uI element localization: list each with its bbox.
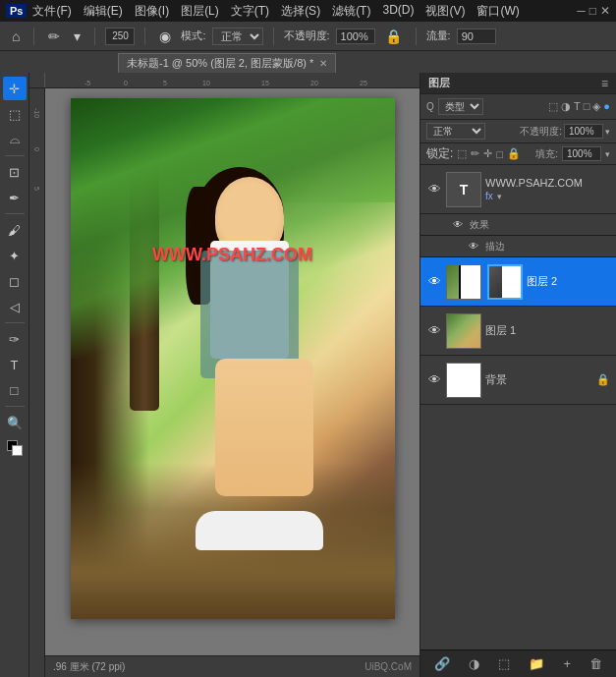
layer-item-1[interactable]: 👁 图层 1: [420, 307, 616, 356]
filter-toggle-icon[interactable]: ●: [603, 100, 610, 113]
layer-item-background[interactable]: 👁 背景 🔒: [420, 356, 616, 405]
fill-dropdown[interactable]: ▾: [605, 149, 610, 159]
text-tool[interactable]: T: [3, 353, 27, 376]
menu-edit[interactable]: 编辑(E): [84, 3, 123, 20]
document-tab[interactable]: 未标题-1 @ 50% (图层 2, 图层蒙版/8) * ✕: [118, 53, 336, 73]
person-legs: [215, 359, 313, 496]
fill-value[interactable]: 100%: [562, 146, 601, 161]
lock-position-icon[interactable]: ✛: [483, 147, 492, 160]
delete-layer-icon[interactable]: 🗑: [589, 656, 602, 671]
minimize-button[interactable]: ─: [577, 4, 586, 18]
ruler-mark-5: 5: [163, 80, 167, 86]
crop-tool[interactable]: ⊡: [3, 160, 27, 184]
ruler-mark-0: 0: [124, 80, 128, 86]
layer-item-text[interactable]: 👁 T WWW.PSAHZ.COM fx ▾: [420, 165, 616, 214]
opacity-lock-icon[interactable]: 🔒: [381, 27, 406, 46]
lock-artboard-icon[interactable]: □: [496, 148, 503, 160]
zoom-tool[interactable]: 🔍: [3, 411, 27, 434]
layer-opacity-group: 不透明度: 100% ▾: [520, 124, 610, 139]
foreground-background-colors[interactable]: [7, 440, 23, 456]
layer-visibility-text[interactable]: 👁: [426, 182, 442, 197]
menu-3d[interactable]: 3D(D): [382, 3, 414, 20]
layer-blend-mode-select[interactable]: 正常: [426, 123, 485, 140]
menu-filter[interactable]: 滤镜(T): [332, 3, 370, 20]
eyedropper-tool[interactable]: ✒: [3, 186, 27, 209]
filter-shape-icon[interactable]: □: [584, 100, 590, 113]
person-shoes: [196, 511, 323, 550]
tab-close-button[interactable]: ✕: [319, 58, 327, 69]
filter-text-icon[interactable]: T: [574, 100, 581, 113]
ruler-horizontal: -5 0 5 10 15 20 25: [29, 73, 420, 88]
layer-mask-thumbnail-2: [487, 264, 523, 300]
layers-panel-menu-icon[interactable]: ≡: [601, 77, 608, 90]
eraser-tool[interactable]: ◻: [3, 269, 27, 293]
rectangular-select-tool[interactable]: ⬚: [3, 102, 27, 126]
menu-window[interactable]: 窗口(W): [476, 3, 519, 20]
separator-1: [33, 28, 34, 45]
brush-tool[interactable]: 🖌: [3, 218, 27, 242]
layer-fx-badge[interactable]: fx: [485, 191, 493, 201]
person-figure: [186, 177, 343, 550]
opacity-value[interactable]: 100%: [336, 28, 375, 44]
thumb-layer2-right: [461, 265, 480, 299]
layer-opacity-dropdown[interactable]: ▾: [605, 127, 610, 137]
add-layer-icon[interactable]: +: [564, 656, 572, 671]
layer-visibility-1[interactable]: 👁: [426, 323, 442, 339]
add-link-icon[interactable]: 🔗: [434, 656, 450, 671]
menu-layer[interactable]: 图层(L): [181, 3, 219, 20]
layer-visibility-2[interactable]: 👁: [426, 274, 442, 290]
shape-tool[interactable]: □: [3, 378, 27, 402]
lasso-tool[interactable]: ⌓: [3, 128, 27, 151]
menu-text[interactable]: 文字(T): [231, 3, 269, 20]
brush-hardness-icon[interactable]: ◉: [155, 27, 175, 46]
layer-lock-background-icon: 🔒: [596, 373, 610, 386]
layer-opacity-value[interactable]: 100%: [564, 124, 603, 139]
menu-view[interactable]: 视图(V): [425, 3, 465, 20]
flow-value[interactable]: 90: [457, 28, 496, 44]
layer-visibility-background[interactable]: 👁: [426, 372, 442, 388]
lock-paint-icon[interactable]: ✏: [471, 147, 479, 160]
effect-visibility-effects[interactable]: 👁: [450, 217, 466, 233]
filter-smart-icon[interactable]: ◈: [592, 100, 600, 113]
layer-chevron-down[interactable]: ▾: [497, 192, 502, 201]
add-adjustment-icon[interactable]: ◑: [469, 656, 479, 671]
canvas-container[interactable]: WWW.PSAHZ.COM: [45, 88, 420, 655]
ruler-mark-10: 10: [202, 80, 210, 86]
move-tool[interactable]: ✛: [3, 77, 27, 100]
ruler-mark-25: 25: [360, 80, 367, 86]
menu-file[interactable]: 文件(F): [32, 3, 71, 20]
filter-adjust-icon[interactable]: ◑: [561, 100, 571, 113]
pen-tool[interactable]: ✑: [3, 327, 27, 351]
fill-label: 填充:: [535, 147, 558, 161]
photo-background: WWW.PSAHZ.COM: [71, 98, 395, 619]
filter-type-select[interactable]: 类型: [438, 98, 483, 115]
lock-all-icon[interactable]: 🔒: [507, 147, 521, 160]
blend-mode-select[interactable]: 正常: [212, 28, 263, 45]
home-icon[interactable]: ⌂: [8, 27, 24, 46]
layer-info-2: 图层 2: [527, 274, 610, 289]
filter-pixel-icon[interactable]: ⬚: [548, 100, 558, 113]
close-button[interactable]: ✕: [600, 4, 610, 18]
menu-select[interactable]: 选择(S): [281, 3, 320, 20]
ruler-corner: [29, 73, 45, 88]
gradient-tool[interactable]: ◁: [3, 295, 27, 318]
brush-size-input[interactable]: 250: [105, 28, 135, 45]
brush-tool-icon[interactable]: ✏: [44, 27, 64, 46]
menu-bar[interactable]: 文件(F) 编辑(E) 图像(I) 图层(L) 文字(T) 选择(S) 滤镜(T…: [32, 3, 519, 20]
effect-name-stroke: 描边: [485, 240, 505, 254]
brush-dropdown-icon[interactable]: ▾: [70, 27, 84, 46]
add-folder-icon[interactable]: 📁: [529, 656, 544, 671]
clone-stamp-tool[interactable]: ✦: [3, 244, 27, 267]
effect-visibility-stroke[interactable]: 👁: [466, 239, 481, 254]
menu-image[interactable]: 图像(I): [135, 3, 169, 20]
lock-transparent-icon[interactable]: ⬚: [457, 147, 467, 160]
maximize-button[interactable]: □: [589, 4, 596, 18]
add-mask-icon[interactable]: ⬚: [498, 656, 510, 671]
layer-item-2[interactable]: 👁 图层 2: [420, 257, 616, 307]
layer-thumbnail-text: T: [446, 172, 481, 207]
status-bar: .96 厘米 (72 ppi) UiBQ.CoM: [45, 655, 420, 677]
layer-name-1: 图层 1: [485, 323, 610, 338]
watermark-bottom: UiBQ.CoM: [364, 661, 412, 672]
canvas-area: -5 0 5 10 15 20 25 -10 0 5: [29, 73, 420, 677]
separator-3: [144, 28, 145, 45]
